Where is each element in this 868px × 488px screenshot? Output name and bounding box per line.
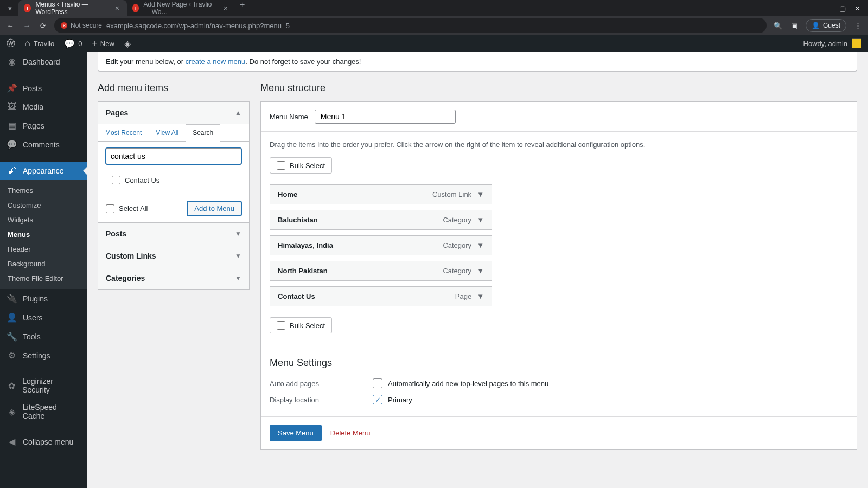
tab-most-recent[interactable]: Most Recent: [98, 124, 149, 141]
guest-profile-button[interactable]: 👤 Guest: [806, 19, 846, 32]
sidebar-item-tools[interactable]: 🔧Tools: [0, 327, 87, 346]
menu-item-type: Page: [455, 292, 471, 300]
menu-icon[interactable]: ⋮: [853, 22, 863, 30]
submenu-themes[interactable]: Themes: [0, 183, 87, 198]
submenu-header[interactable]: Header: [0, 242, 87, 256]
sidebar-item-appearance[interactable]: 🖌Appearance: [0, 162, 87, 180]
close-window-icon[interactable]: ✕: [854, 4, 860, 12]
bulk-select-top[interactable]: Bulk Select: [270, 157, 332, 174]
maximize-icon[interactable]: ▢: [839, 4, 846, 12]
browser-tab-active[interactable]: T Menus ‹ Travlio — WordPress ×: [18, 0, 127, 16]
comments-link[interactable]: 💬0: [64, 38, 82, 49]
postbox-pages-header[interactable]: Pages ▲: [98, 102, 249, 124]
menu-item-baluchistan[interactable]: Baluchistan Category▼: [270, 210, 492, 230]
menu-item-contact-us[interactable]: Contact Us Page▼: [270, 286, 492, 306]
submenu-widgets[interactable]: Widgets: [0, 213, 87, 227]
minimize-icon[interactable]: —: [824, 4, 831, 12]
postbox-categories-header[interactable]: Categories ▼: [98, 267, 249, 289]
primary-location-checkbox[interactable]: ✓: [373, 395, 382, 404]
menu-structure-heading: Menu structure: [260, 82, 857, 94]
new-content-link[interactable]: +New: [92, 38, 114, 48]
wp-admin-bar: ⓦ ⌂Travlio 💬0 +New ◈ Howdy, admin: [0, 35, 868, 52]
sidebar-item-comments[interactable]: 💬Comments: [0, 135, 87, 154]
add-to-menu-button[interactable]: Add to Menu: [187, 201, 241, 216]
forward-icon[interactable]: →: [22, 22, 31, 30]
chevron-down-icon[interactable]: ▼: [477, 216, 484, 224]
bulk-checkbox[interactable]: [277, 321, 285, 330]
pin-icon: 📌: [7, 83, 17, 93]
sidebar-item-posts[interactable]: 📌Posts: [0, 79, 87, 98]
wp-logo[interactable]: ⓦ: [7, 38, 15, 49]
menu-edit-panel: Menu Name Drag the items into the order …: [260, 101, 857, 450]
chevron-down-icon[interactable]: ▼: [477, 241, 484, 249]
chevron-down-icon[interactable]: ▼: [477, 190, 484, 198]
auto-add-label: Auto add pages: [270, 380, 373, 388]
postbox-custom-header[interactable]: Custom Links ▼: [98, 245, 249, 267]
submenu-background[interactable]: Background: [0, 256, 87, 271]
sidebar-item-users[interactable]: 👤Users: [0, 308, 87, 327]
sidebar-item-label: Plugins: [23, 294, 48, 303]
sidebar-collapse[interactable]: ◀Collapse menu: [0, 432, 87, 451]
guest-label: Guest: [823, 22, 840, 29]
menu-item-type: Category: [443, 216, 471, 224]
notice-pre: Edit your menu below, or: [106, 57, 186, 66]
site-name: Travlio: [34, 40, 55, 48]
menu-item-type: Custom Link: [432, 190, 471, 198]
tab-view-all[interactable]: View All: [149, 124, 186, 141]
menu-item-home[interactable]: Home Custom Link▼: [270, 184, 492, 204]
save-menu-button[interactable]: Save Menu: [270, 425, 322, 441]
media-icon: 🖼: [7, 102, 17, 112]
postbox-custom-links: Custom Links ▼: [98, 245, 250, 267]
back-icon[interactable]: ←: [5, 22, 15, 30]
reload-icon[interactable]: ⟳: [38, 22, 48, 30]
howdy-account[interactable]: Howdy, admin: [803, 38, 861, 48]
sidebar-item-litespeed[interactable]: ◈LiteSpeed Cache: [0, 399, 87, 425]
tab-search[interactable]: Search: [186, 124, 220, 142]
submenu-customize[interactable]: Customize: [0, 198, 87, 213]
avatar-icon: [852, 38, 861, 48]
menu-item-title: North Pakistan: [278, 267, 328, 275]
delete-menu-link[interactable]: Delete Menu: [330, 429, 371, 437]
sidebar-item-loginizer[interactable]: ✿Loginizer Security: [0, 373, 87, 399]
bulk-checkbox[interactable]: [277, 161, 285, 170]
chevron-down-icon[interactable]: ▼: [477, 292, 484, 300]
submenu-theme-file-editor[interactable]: Theme File Editor: [0, 271, 87, 286]
close-icon[interactable]: ×: [221, 4, 230, 12]
wrench-icon: 🔧: [7, 331, 17, 342]
chevron-up-icon: ▲: [235, 109, 241, 117]
select-all-checkbox[interactable]: [106, 204, 114, 213]
create-menu-link[interactable]: create a new menu: [186, 57, 246, 66]
result-checkbox[interactable]: [112, 176, 120, 184]
sidebar-item-settings[interactable]: ⚙Settings: [0, 346, 87, 365]
browser-tab-inactive[interactable]: T Add New Page ‹ Travlio — Wo… ×: [127, 0, 235, 16]
admin-content: Edit your menu below, or create a new me…: [87, 52, 868, 488]
address-bar[interactable]: ✕ Not secure example.saqcode.com/wp-admi…: [54, 18, 767, 33]
sidebar-item-plugins[interactable]: 🔌Plugins: [0, 289, 87, 308]
tab-title: Add New Page ‹ Travlio — Wo…: [143, 1, 216, 16]
sidebar-item-media[interactable]: 🖼Media: [0, 98, 87, 116]
chevron-down-icon[interactable]: ▼: [477, 267, 484, 275]
new-tab-button[interactable]: +: [235, 0, 249, 16]
site-link[interactable]: ⌂Travlio: [25, 38, 54, 48]
search-result-row[interactable]: Contact Us: [112, 176, 235, 184]
sidebar-item-label: Comments: [23, 140, 60, 149]
tab-title: Menus ‹ Travlio — WordPress: [35, 1, 108, 16]
tab-search-icon[interactable]: ▾: [4, 3, 15, 14]
gear-icon: ⚙: [7, 350, 17, 361]
auto-add-checkbox[interactable]: [373, 378, 382, 388]
select-all-row[interactable]: Select All: [106, 204, 148, 213]
submenu-menus[interactable]: Menus: [0, 227, 87, 242]
menu-name-input[interactable]: [315, 110, 456, 124]
sidebar-item-dashboard[interactable]: ◉Dashboard: [0, 52, 87, 71]
profile-icon: 👤: [812, 22, 820, 29]
bulk-select-bottom[interactable]: Bulk Select: [270, 317, 332, 333]
pages-search-input[interactable]: [106, 148, 241, 164]
menu-item-north-pakistan[interactable]: North Pakistan Category▼: [270, 261, 492, 281]
postbox-posts-header[interactable]: Posts ▼: [98, 223, 249, 245]
panel-icon[interactable]: ▣: [789, 22, 799, 30]
zoom-icon[interactable]: 🔍: [773, 22, 783, 30]
sidebar-item-pages[interactable]: ▤Pages: [0, 116, 87, 135]
litespeed-icon[interactable]: ◈: [124, 38, 131, 49]
close-icon[interactable]: ×: [113, 4, 122, 12]
menu-item-himalayas[interactable]: Himalayas, India Category▼: [270, 235, 492, 255]
